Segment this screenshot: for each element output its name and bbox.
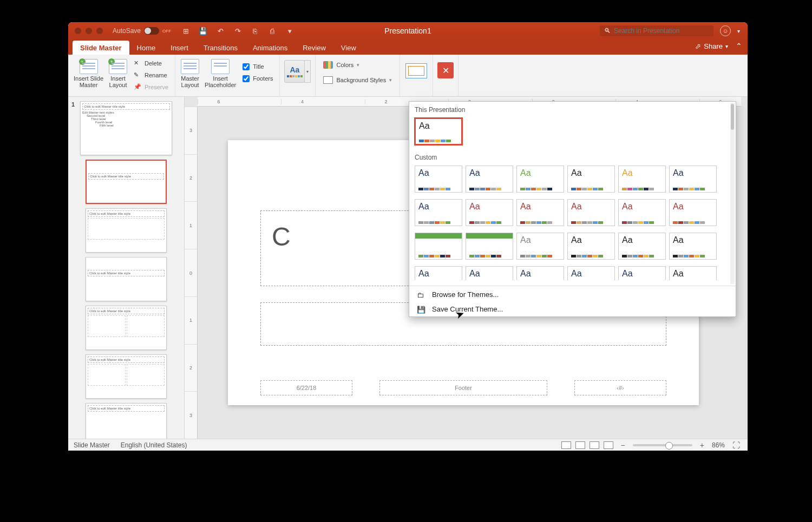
autosave-switch[interactable] [144, 27, 159, 35]
theme-swatch[interactable]: Aa [618, 199, 666, 226]
zoom-percent[interactable]: 86% [712, 441, 725, 449]
folder-icon: 🗀 [417, 291, 427, 299]
layout-thumbnail[interactable]: Click to edit Master title style [86, 306, 167, 350]
footer-placeholder[interactable]: Footer [379, 380, 547, 395]
ribbon-group-close: ✕ [433, 55, 459, 96]
share-button[interactable]: ⬀ Share ▾ [695, 42, 728, 50]
preserve-button[interactable]: 📌Preserve [132, 82, 171, 92]
close-master-button[interactable]: ✕ [437, 62, 454, 78]
tab-slide-master[interactable]: Slide Master [73, 41, 129, 55]
rename-button[interactable]: ✎Rename [132, 70, 171, 81]
tab-animations[interactable]: Animations [245, 41, 295, 55]
zoom-slider[interactable] [633, 444, 692, 446]
theme-swatch[interactable]: Aa [466, 199, 513, 226]
sorter-view-button[interactable] [575, 441, 585, 449]
theme-swatch[interactable]: Aa [415, 118, 462, 145]
layout-thumbnail[interactable]: Click to edit Master title style [86, 208, 167, 253]
save-icon: 💾 [417, 306, 427, 313]
gallery-section-this-presentation: This Presentation [409, 102, 736, 116]
footers-checkbox[interactable]: Footers [240, 73, 275, 84]
insert-layout-button[interactable]: + Insert Layout [108, 57, 128, 90]
status-view: Slide Master [74, 441, 110, 449]
slideshow-view-button[interactable] [604, 441, 613, 449]
theme-swatch[interactable]: Aa [669, 199, 717, 226]
theme-swatch[interactable]: Aa [516, 266, 564, 280]
title-checkbox[interactable]: Title [240, 61, 275, 72]
slide-canvas-area: 6420246 3210123 C 6/22/18 Footer ‹#› Thi… [185, 97, 748, 439]
status-language[interactable]: English (United States) [121, 441, 187, 449]
theme-swatch[interactable]: Aa [669, 266, 717, 280]
theme-swatch[interactable]: Aa [567, 233, 615, 260]
format-painter-icon[interactable]: ⎙ [267, 26, 277, 36]
slide-size-button[interactable] [404, 57, 428, 81]
copy-icon[interactable]: ⎘ [250, 26, 260, 36]
autosave-state: OFF [162, 29, 171, 34]
ribbon-group-themes: Aa ▾ [280, 55, 316, 96]
layout-thumbnail[interactable]: Click to edit Master title style [86, 354, 167, 399]
window-controls[interactable] [68, 28, 103, 34]
slide-number-placeholder[interactable]: ‹#› [574, 380, 666, 395]
tab-transitions[interactable]: Transitions [196, 41, 245, 55]
slide-thumbnails-panel[interactable]: 1 Click to edit Master title style Edit … [68, 97, 185, 439]
theme-swatch[interactable]: Aa [516, 233, 564, 260]
feedback-dropdown-icon[interactable]: ▾ [737, 28, 740, 34]
themes-dropdown-icon[interactable]: ▾ [304, 60, 311, 83]
theme-swatch[interactable]: Aa [567, 166, 615, 193]
master-layout-button[interactable]: Master Layout [180, 57, 200, 90]
theme-swatch[interactable]: Aa [618, 166, 666, 193]
themes-gallery-button[interactable]: Aa [284, 60, 305, 83]
insert-slide-master-button[interactable]: + Insert Slide Master [73, 57, 104, 90]
theme-swatch[interactable]: Aa [669, 166, 717, 193]
bg-styles-icon [323, 76, 333, 84]
search-box[interactable]: 🔍︎ [600, 25, 713, 36]
tab-review[interactable]: Review [295, 41, 333, 55]
theme-swatch[interactable]: Aa [669, 233, 717, 260]
theme-swatch[interactable]: Aa [415, 199, 462, 226]
theme-swatch[interactable]: Aa [415, 166, 462, 193]
zoom-in-button[interactable]: + [698, 441, 706, 450]
theme-swatch[interactable]: Aa [618, 233, 666, 260]
theme-swatch[interactable]: Aa [618, 266, 666, 280]
tab-home[interactable]: Home [129, 41, 163, 55]
layout-thumbnail-selected[interactable]: Click to edit Master title style [86, 160, 167, 204]
feedback-icon[interactable]: ☺ [720, 25, 731, 36]
theme-swatch[interactable]: Aa [516, 199, 564, 226]
save-icon[interactable]: 💾 [198, 26, 208, 36]
theme-swatch[interactable]: Aa [415, 233, 462, 260]
layout-thumbnail[interactable]: Click to edit Master title style [86, 257, 167, 301]
collapse-ribbon-icon[interactable]: ⌃ [736, 42, 742, 50]
layout-thumbnail[interactable]: Click to edit Master title style [86, 403, 167, 439]
browse-themes-menu-item[interactable]: 🗀 Browse for Themes... [409, 287, 736, 302]
autosave-toggle[interactable]: AutoSave OFF [113, 27, 171, 35]
theme-swatch[interactable]: Aa [415, 266, 462, 280]
insert-placeholder-button[interactable]: Insert Placeholder [204, 57, 237, 90]
theme-swatch[interactable]: Aa [466, 233, 513, 260]
vertical-ruler: 3210123 [185, 107, 198, 439]
normal-view-button[interactable] [561, 441, 571, 449]
theme-swatch[interactable]: Aa [466, 266, 513, 280]
reading-view-button[interactable] [590, 441, 599, 449]
tab-insert[interactable]: Insert [163, 41, 196, 55]
master-thumbnail[interactable]: Click to edit Master title style Edit Ma… [80, 101, 172, 155]
qat-more-icon[interactable]: ▾ [285, 26, 294, 36]
search-input[interactable] [614, 27, 706, 35]
theme-swatch[interactable]: Aa [567, 266, 615, 280]
search-icon: 🔍︎ [604, 27, 611, 35]
zoom-out-button[interactable]: − [619, 441, 627, 450]
colors-button[interactable]: Colors▾ [320, 59, 363, 71]
gallery-scrollbar[interactable] [730, 103, 735, 284]
thumbnails-icon[interactable]: ⊞ [181, 26, 191, 36]
theme-swatch[interactable]: Aa [567, 199, 615, 226]
delete-button[interactable]: ✕Delete [132, 58, 171, 69]
background-styles-button[interactable]: Background Styles▾ [320, 74, 395, 86]
tab-view[interactable]: View [333, 41, 364, 55]
theme-swatch[interactable]: Aa [466, 166, 513, 193]
document-title: Presentation1 [384, 27, 431, 35]
redo-icon[interactable]: ↷ [233, 26, 243, 36]
rename-icon: ✎ [134, 71, 141, 79]
ribbon-group-edit-master: + Insert Slide Master + Insert Layout ✕D… [68, 55, 175, 96]
fit-to-window-button[interactable]: ⛶ [730, 441, 742, 450]
theme-swatch[interactable]: Aa [516, 166, 564, 193]
undo-icon[interactable]: ↶ [215, 26, 225, 36]
date-placeholder[interactable]: 6/22/18 [260, 380, 352, 395]
